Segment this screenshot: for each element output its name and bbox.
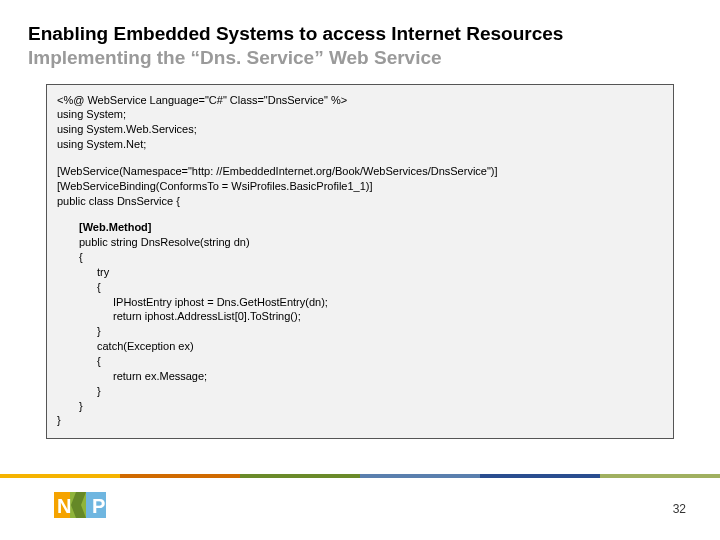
slide-subtitle: Implementing the “Dns. Service” Web Serv… [28, 46, 692, 70]
code-line: { [57, 354, 663, 369]
code-line: { [57, 250, 663, 265]
code-line: using System.Net; [57, 137, 663, 152]
svg-text:P: P [92, 495, 105, 517]
code-line: <%@ WebService Language="C#" Class="DnsS… [57, 93, 663, 108]
code-line: } [57, 413, 663, 428]
code-line: using System; [57, 107, 663, 122]
nxp-logo-icon: N P [54, 490, 126, 524]
code-line: [WebServiceBinding(ConformsTo = WsiProfi… [57, 179, 663, 194]
code-line: [WebService(Namespace="http: //EmbeddedI… [57, 164, 663, 179]
code-line: catch(Exception ex) [57, 339, 663, 354]
code-block: <%@ WebService Language="C#" Class="DnsS… [46, 84, 674, 440]
code-line: IPHostEntry iphost = Dns.GetHostEntry(dn… [57, 295, 663, 310]
code-line: return iphost.AddressList[0].ToString(); [57, 309, 663, 324]
blank-line [57, 208, 663, 220]
code-line: return ex.Message; [57, 369, 663, 384]
code-line: public string DnsResolve(string dn) [57, 235, 663, 250]
divider-segment [360, 474, 480, 478]
code-line: } [57, 324, 663, 339]
slide: Enabling Embedded Systems to access Inte… [0, 0, 720, 540]
code-line: using System.Web.Services; [57, 122, 663, 137]
divider-segment [240, 474, 360, 478]
divider-segment [600, 474, 720, 478]
code-line: { [57, 280, 663, 295]
divider-segment [120, 474, 240, 478]
svg-text:N: N [57, 495, 71, 517]
code-line: try [57, 265, 663, 280]
code-line: } [57, 399, 663, 414]
code-line: public class DnsService { [57, 194, 663, 209]
divider-segment [480, 474, 600, 478]
slide-title: Enabling Embedded Systems to access Inte… [28, 22, 692, 46]
blank-line [57, 152, 663, 164]
code-line: } [57, 384, 663, 399]
footer-divider [0, 474, 720, 478]
page-number: 32 [673, 502, 686, 516]
divider-segment [0, 474, 120, 478]
code-line: [Web.Method] [57, 220, 663, 235]
